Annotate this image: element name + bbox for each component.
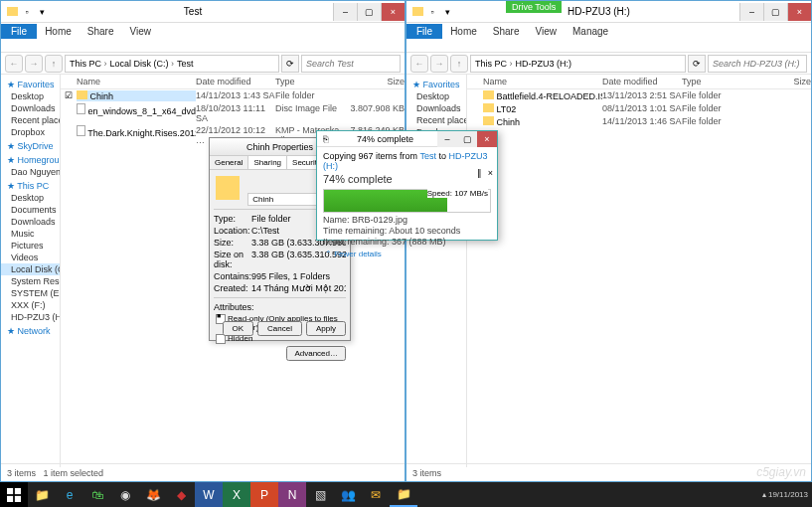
explorer-running-icon[interactable]: 📁	[390, 482, 417, 507]
maximize-button[interactable]: ▢	[457, 131, 477, 147]
sidebar-item[interactable]: Downloads	[1, 216, 60, 228]
excel-icon[interactable]: X	[223, 482, 250, 507]
cancel-button[interactable]: ×	[488, 168, 493, 178]
sidebar-item[interactable]: System Reserved (D:)	[1, 275, 60, 287]
titlebar[interactable]: ▫ ▾ Drive Tools HD-PZU3 (H:) – ▢ ×	[406, 1, 811, 23]
qat-props-icon[interactable]: ▫	[20, 5, 34, 19]
sidebar-header[interactable]: ★ Favorites	[1, 77, 60, 90]
refresh-button[interactable]: ⟳	[281, 55, 299, 73]
qat-props-icon[interactable]: ▫	[425, 5, 439, 19]
forward-button[interactable]: →	[430, 55, 448, 73]
explorer-icon[interactable]: 📁	[28, 482, 56, 507]
close-button[interactable]: ×	[477, 131, 497, 147]
share-tab[interactable]: Share	[80, 24, 122, 39]
search-input[interactable]	[708, 55, 807, 73]
app-icon[interactable]: ▧	[306, 482, 334, 507]
file-tab[interactable]: File	[406, 24, 442, 39]
sidebar-header[interactable]: ★ SkyDrive	[1, 138, 60, 152]
sidebar-item[interactable]: Dao Nguyen Tuan A	[1, 166, 60, 178]
sidebar-header[interactable]: ★ Network	[1, 323, 60, 337]
sidebar-item[interactable]: Dropbox	[1, 126, 60, 138]
refresh-button[interactable]: ⟳	[688, 55, 706, 73]
sidebar-item[interactable]: Downloads	[406, 102, 466, 114]
advanced-button[interactable]: Advanced…	[286, 346, 346, 361]
sidebar-item[interactable]: Pictures	[1, 240, 60, 252]
address-bar[interactable]: This PCLocal Disk (C:)Test	[65, 55, 279, 73]
ie-icon[interactable]: e	[56, 482, 83, 507]
fewer-details-link[interactable]: Fewer details	[323, 247, 491, 258]
sidebar-item[interactable]: HD-PZU3 (H:)	[1, 311, 60, 323]
sidebar-item[interactable]: Videos	[1, 252, 60, 263]
firefox-icon[interactable]: 🦊	[139, 482, 167, 507]
home-tab[interactable]: Home	[442, 24, 485, 39]
manage-tab[interactable]: Manage	[565, 24, 616, 39]
app-icon[interactable]: ◆	[167, 482, 195, 507]
sidebar-item[interactable]: Documents	[1, 204, 60, 216]
qat-arrow-icon[interactable]: ▾	[440, 5, 454, 19]
back-button[interactable]: ←	[410, 55, 428, 73]
name-field[interactable]	[247, 193, 317, 206]
file-row[interactable]: Chinh14/11/2013 1:46 SAFile folder	[467, 115, 811, 128]
system-tray[interactable]: ▴ 19/11/2013	[762, 490, 812, 499]
file-row[interactable]: Battlefield.4-RELOADED.ISO13/11/2013 2:5…	[467, 89, 811, 102]
word-icon[interactable]: W	[195, 482, 223, 507]
address-bar[interactable]: This PCHD-PZU3 (H:)	[470, 55, 686, 73]
sidebar-item[interactable]: Downloads	[1, 102, 60, 114]
sidebar-item[interactable]: Music	[1, 228, 60, 240]
close-button[interactable]: ×	[381, 3, 405, 21]
sidebar-item[interactable]: Recent places	[1, 114, 60, 126]
sidebar-item[interactable]: Recent places	[406, 114, 466, 126]
share-tab[interactable]: Share	[485, 24, 528, 39]
sidebar-header[interactable]: ★ This PC	[1, 178, 60, 192]
close-button[interactable]: ×	[787, 3, 811, 21]
powerpoint-icon[interactable]: P	[250, 482, 278, 507]
start-button[interactable]	[0, 482, 28, 507]
ok-button[interactable]: OK	[223, 321, 254, 336]
file-tab[interactable]: File	[1, 24, 37, 39]
forward-button[interactable]: →	[25, 55, 43, 73]
up-button[interactable]: ↑	[45, 55, 63, 73]
svg-rect-3	[15, 495, 21, 501]
titlebar[interactable]: ▫ ▾ Test – ▢ ×	[1, 1, 405, 23]
sidebar-item[interactable]: Desktop	[406, 90, 466, 102]
view-tab[interactable]: View	[122, 24, 160, 39]
store-icon[interactable]: 🛍	[83, 482, 111, 507]
sidebar-item[interactable]: Desktop	[1, 90, 60, 102]
sidebar-item[interactable]: SYSTEM (E:)	[1, 287, 60, 299]
home-tab[interactable]: Home	[37, 24, 80, 39]
sidebar-header[interactable]: ★ Homegroup	[1, 152, 60, 166]
back-button[interactable]: ←	[5, 55, 23, 73]
column-headers[interactable]: NameDate modifiedTypeSize	[467, 75, 811, 89]
maximize-button[interactable]: ▢	[763, 3, 787, 21]
file-row[interactable]: ☑ Chinh14/11/2013 1:43 SAFile folder	[61, 89, 405, 102]
file-row[interactable]: en_windows_8_1_x64_dvd_2707217.iso18/10/…	[61, 102, 405, 124]
tab-sharing[interactable]: Sharing	[248, 156, 287, 169]
outlook-icon[interactable]: ✉	[362, 482, 390, 507]
sidebar-item[interactable]: XXX (F:)	[1, 299, 60, 311]
maximize-button[interactable]: ▢	[357, 3, 381, 21]
tray-arrow-icon[interactable]: ▴	[762, 490, 766, 499]
sidebar-item[interactable]: Local Disk (C:)	[1, 263, 60, 275]
column-headers[interactable]: NameDate modifiedTypeSize	[61, 75, 405, 89]
search-input[interactable]	[301, 55, 401, 73]
up-button[interactable]: ↑	[450, 55, 468, 73]
qat-arrow-icon[interactable]: ▾	[35, 5, 49, 19]
dialog-titlebar[interactable]: ⎘ 74% complete – ▢ ×	[317, 131, 497, 147]
pause-button[interactable]: ‖	[477, 168, 482, 178]
minimize-button[interactable]: –	[739, 3, 763, 21]
svg-rect-0	[7, 488, 13, 494]
file-row[interactable]: LT0208/11/2013 1:01 SAFile folder	[467, 102, 811, 115]
cancel-button[interactable]: Cancel	[257, 321, 302, 336]
status-bar: 3 items 1 item selected	[1, 463, 405, 481]
tab-general[interactable]: General	[210, 156, 248, 169]
drive-tools-tab[interactable]: Drive Tools	[506, 1, 562, 13]
onenote-icon[interactable]: N	[278, 482, 306, 507]
minimize-button[interactable]: –	[437, 131, 457, 147]
chrome-icon[interactable]: ◉	[111, 482, 139, 507]
minimize-button[interactable]: –	[333, 3, 357, 21]
sidebar-item[interactable]: Desktop	[1, 192, 60, 204]
app-icon[interactable]: 👥	[334, 482, 362, 507]
view-tab[interactable]: View	[528, 24, 566, 39]
sidebar-header[interactable]: ★ Favorites	[406, 77, 466, 90]
apply-button[interactable]: Apply	[306, 321, 346, 336]
